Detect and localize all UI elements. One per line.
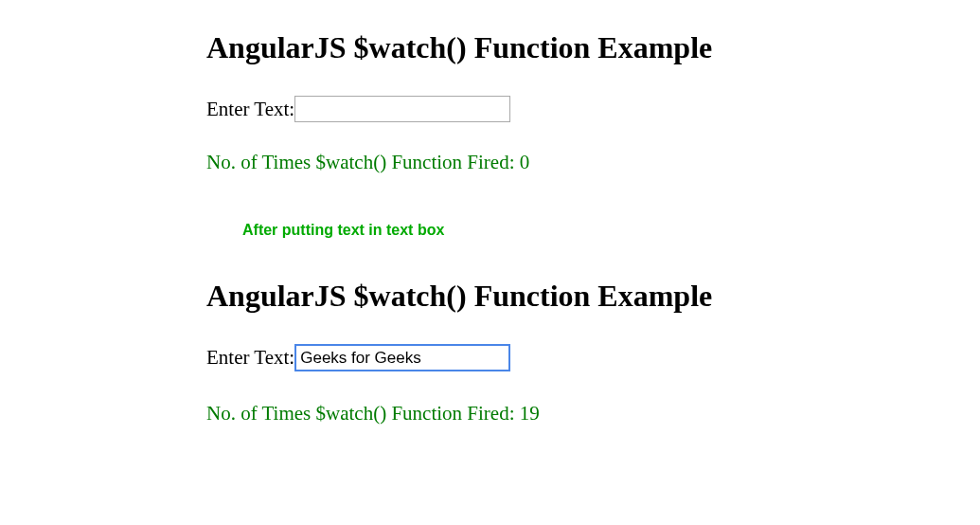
text-input[interactable] [294, 344, 510, 371]
status-prefix: No. of Times $watch() Function Fired: [206, 402, 520, 425]
input-label: Enter Text: [206, 346, 294, 370]
text-input[interactable] [294, 96, 510, 122]
status-prefix: No. of Times $watch() Function Fired: [206, 151, 520, 173]
example-section-before: AngularJS $watch() Function Example Ente… [206, 30, 980, 174]
annotation-text: After putting text in text box [242, 222, 980, 239]
status-count: 19 [520, 402, 540, 425]
input-label: Enter Text: [206, 98, 294, 121]
status-count: 0 [520, 151, 530, 173]
watch-status: No. of Times $watch() Function Fired: 19 [206, 402, 980, 425]
input-row: Enter Text: [206, 344, 980, 371]
input-row: Enter Text: [206, 96, 980, 122]
page-title: AngularJS $watch() Function Example [206, 30, 980, 65]
watch-status: No. of Times $watch() Function Fired: 0 [206, 151, 980, 174]
example-section-after: AngularJS $watch() Function Example Ente… [206, 279, 980, 425]
page-title: AngularJS $watch() Function Example [206, 279, 980, 314]
